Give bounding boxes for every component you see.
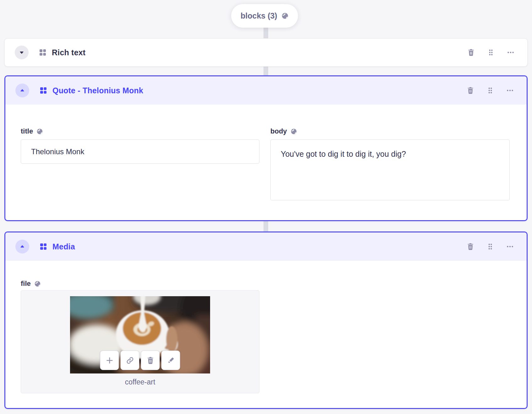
copy-link-button[interactable] bbox=[121, 351, 139, 370]
delete-block-button[interactable] bbox=[466, 242, 475, 251]
block-media-header[interactable]: Media bbox=[5, 232, 527, 261]
trash-icon bbox=[467, 48, 475, 57]
globe-icon bbox=[290, 128, 297, 135]
trash-icon bbox=[466, 86, 475, 95]
blocks-field-label: blocks (3) bbox=[241, 11, 277, 20]
caret-down-icon bbox=[18, 49, 25, 56]
link-icon bbox=[126, 356, 134, 365]
more-options-button[interactable] bbox=[506, 86, 514, 95]
more-options-icon bbox=[507, 48, 515, 57]
component-grid-icon bbox=[40, 87, 47, 94]
more-options-button[interactable] bbox=[507, 48, 515, 57]
drag-handle-icon bbox=[486, 242, 494, 251]
block-title: Media bbox=[52, 242, 75, 251]
delete-block-button[interactable] bbox=[467, 48, 475, 57]
more-options-button[interactable] bbox=[506, 242, 514, 251]
drag-handle[interactable] bbox=[486, 86, 494, 95]
caret-up-icon bbox=[19, 243, 26, 250]
drag-handle[interactable] bbox=[486, 242, 494, 251]
expand-toggle-button[interactable] bbox=[15, 46, 29, 59]
title-field-label: title bbox=[21, 127, 33, 135]
component-grid-icon bbox=[39, 49, 46, 56]
globe-icon bbox=[36, 128, 43, 135]
delete-media-button[interactable] bbox=[141, 351, 160, 370]
block-quote-header[interactable]: Quote - Thelonius Monk bbox=[5, 76, 527, 105]
drag-handle-icon bbox=[486, 86, 494, 95]
drag-handle-icon bbox=[487, 48, 495, 57]
delete-block-button[interactable] bbox=[466, 86, 475, 95]
more-options-icon bbox=[506, 86, 514, 95]
title-input[interactable] bbox=[21, 139, 259, 164]
body-field: body You've got to dig it to dig it, you… bbox=[270, 127, 510, 202]
file-preview-card: coffee-art bbox=[21, 290, 259, 393]
caret-up-icon bbox=[19, 87, 26, 94]
more-options-icon bbox=[506, 242, 514, 251]
collapse-toggle-button[interactable] bbox=[15, 84, 29, 97]
body-textarea[interactable]: You've got to dig it to dig it, you dig? bbox=[270, 139, 510, 200]
blocks-field-pill: blocks (3) bbox=[231, 4, 298, 28]
title-field-label-row: title bbox=[21, 127, 259, 135]
trash-icon bbox=[466, 242, 475, 251]
body-field-label: body bbox=[270, 127, 287, 135]
block-media: Media bbox=[4, 232, 528, 409]
body-field-label-row: body bbox=[270, 127, 510, 135]
media-action-bar bbox=[100, 351, 180, 370]
media-thumbnail bbox=[70, 296, 210, 373]
globe-icon bbox=[34, 281, 41, 287]
globe-icon bbox=[281, 12, 289, 19]
media-filename: coffee-art bbox=[21, 378, 259, 386]
add-media-button[interactable] bbox=[100, 351, 119, 370]
block-title: Quote - Thelonius Monk bbox=[52, 86, 143, 95]
block-title: Rich text bbox=[52, 48, 85, 57]
block-rich-text-header[interactable]: Rich text bbox=[5, 39, 527, 66]
edit-media-button[interactable] bbox=[161, 351, 180, 370]
plus-icon bbox=[105, 356, 114, 365]
trash-icon bbox=[146, 356, 155, 365]
block-rich-text: Rich text bbox=[4, 38, 528, 67]
file-field-label-row: file bbox=[21, 280, 41, 288]
block-quote: Quote - Thelonius Monk bbox=[4, 75, 528, 221]
pencil-icon bbox=[166, 356, 175, 365]
component-grid-icon bbox=[40, 243, 47, 250]
file-field-label: file bbox=[21, 280, 31, 288]
collapse-toggle-button[interactable] bbox=[15, 240, 29, 253]
title-field: title bbox=[21, 127, 259, 164]
drag-handle[interactable] bbox=[487, 48, 495, 57]
